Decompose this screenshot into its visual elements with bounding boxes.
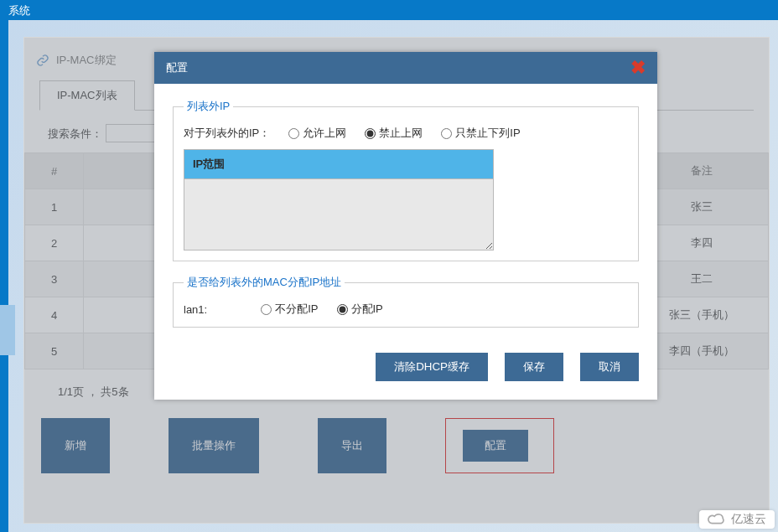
radio-only-below-label[interactable]: 只禁止下列IP [441,126,520,141]
radio-allow[interactable] [288,128,299,139]
close-icon[interactable]: ✖ [630,59,646,77]
batch-button[interactable]: 批量操作 [169,418,259,473]
watermark: 亿速云 [699,510,775,529]
radio-only-below[interactable] [441,128,452,139]
radio-allow-label[interactable]: 允许上网 [288,126,346,141]
cell-idx: 1 [25,189,84,225]
cancel-button[interactable]: 取消 [580,353,639,381]
cell-idx: 4 [25,297,84,333]
radio-no-assign-label[interactable]: 不分配IP [261,302,318,317]
cell-idx: 2 [25,225,84,261]
outside-ip-prompt: 对于列表外的IP： [184,126,270,141]
export-button[interactable]: 导出 [318,418,386,473]
radio-forbid[interactable] [365,128,376,139]
add-button[interactable]: 新增 [41,418,110,473]
modal-title: 配置 [166,60,188,75]
legend-outside-ip: 列表外IP [184,99,233,114]
tab-ipmac-list[interactable]: IP-MAC列表 [39,80,135,111]
search-label: 搜索条件： [48,127,102,140]
cell-idx: 5 [25,333,84,369]
system-title: 系统 [8,4,30,17]
fieldset-outside-ip: 列表外IP 对于列表外的IP： 允许上网 禁止上网 只禁止下列IP IP范围 [173,99,639,261]
breadcrumb-label: IP-MAC绑定 [56,53,117,68]
config-modal: 配置 ✖ 列表外IP 对于列表外的IP： 允许上网 禁止上网 只禁止下列IP I… [154,52,657,400]
fieldset-mac-assign: 是否给列表外的MAC分配IP地址 lan1: 不分配IP 分配IP [173,275,639,328]
ip-range-header: IP范围 [184,149,494,178]
watermark-text: 亿速云 [731,512,766,527]
config-highlight: 配置 [445,418,554,473]
clear-dhcp-button[interactable]: 清除DHCP缓存 [376,353,488,381]
radio-assign[interactable] [337,304,348,315]
left-collapse-handle[interactable] [0,305,15,355]
radio-assign-label[interactable]: 分配IP [337,302,383,317]
radio-no-assign[interactable] [261,304,272,315]
ip-range-body[interactable] [184,178,494,251]
save-button[interactable]: 保存 [505,353,563,381]
radio-forbid-label[interactable]: 禁止上网 [365,126,423,141]
th-index: # [25,153,84,189]
lan1-label: lan1: [184,303,207,316]
config-button[interactable]: 配置 [463,430,528,462]
cell-idx: 3 [25,261,84,297]
link-icon [36,54,49,67]
left-rail [0,20,8,532]
legend-mac-assign: 是否给列表外的MAC分配IP地址 [184,275,345,290]
